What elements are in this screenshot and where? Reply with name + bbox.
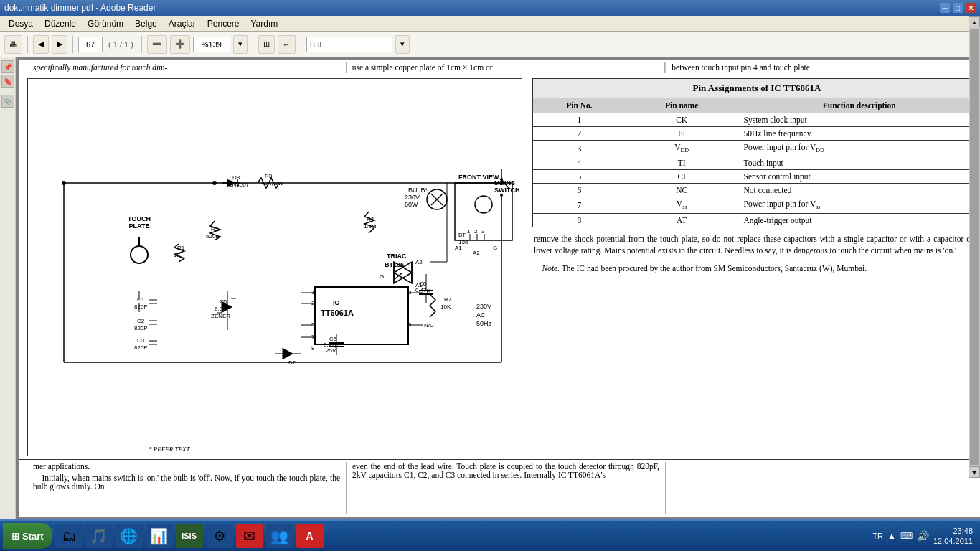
scroll-down-button[interactable]: ▼ — [969, 466, 980, 478]
scrollbar[interactable]: ▲ ▼ — [969, 16, 980, 478]
titlebar-title: dokunmatik dimmer.pdf - Adobe Reader — [4, 3, 156, 13]
print-button[interactable]: 🖶 — [4, 35, 22, 54]
taskbar-icon-isis[interactable]: ISIS — [176, 524, 203, 548]
svg-text:230V: 230V — [476, 303, 491, 310]
search-input[interactable] — [306, 37, 392, 52]
fit-page-button[interactable]: ⊞ — [258, 35, 275, 54]
taskbar-icon-explorer[interactable]: 🗂 — [55, 524, 83, 548]
taskbar-icon-media[interactable]: 🎵 — [85, 524, 113, 548]
toolbar-separator-4 — [253, 36, 253, 53]
svg-text:N/U: N/U — [424, 322, 434, 329]
svg-text:D3: D3 — [232, 174, 240, 181]
menu-araclar[interactable]: Araçlar — [163, 17, 202, 30]
top-text-left: specifically manufactured for touch dim- — [33, 63, 167, 72]
menu-belge[interactable]: Belge — [129, 17, 163, 30]
svg-text:R7: R7 — [444, 296, 452, 303]
side-icon-3[interactable]: 📎 — [1, 95, 14, 108]
menubar: Dosya Düzenle Görünüm Belge Araçlar Penc… — [0, 16, 980, 32]
svg-text:TOUCH: TOUCH — [128, 215, 151, 222]
table-row: 6 NC Not connected — [533, 184, 981, 197]
svg-text:AC: AC — [476, 311, 486, 319]
top-col-right: between touch input pin 4 and touch plat… — [665, 62, 980, 73]
start-button[interactable]: ⊞ Start — [3, 523, 52, 549]
zoom-out-button[interactable]: ➖ — [147, 35, 167, 54]
menu-duzenle[interactable]: Düzenle — [39, 17, 82, 30]
svg-text:A2: A2 — [473, 250, 480, 256]
taskbar: ⊞ Start 🗂 🎵 🌐 📊 ISIS ⚙ ✉ 👥 A TR ▲ ⌨ 🔊 23… — [0, 519, 980, 551]
close-button[interactable]: ✕ — [966, 3, 976, 13]
search-button[interactable]: ▾ — [395, 35, 410, 54]
middle-row: FRONT VIEW BT 136 1 2 3 A1 A2 G — [19, 75, 980, 459]
menu-pencere[interactable]: Pencere — [202, 17, 245, 30]
svg-text:820P: 820P — [134, 303, 148, 310]
bottom-col-middle: even the end of the lead wire. Touch pla… — [347, 462, 666, 514]
table-row: 3 VDD Power input pin for VDD — [533, 141, 981, 156]
clock-area: 23:48 12.04.2011 — [933, 526, 973, 547]
function-at: Angle-trigger output — [738, 213, 980, 227]
function-ci: Sensor control input — [738, 170, 980, 184]
taskbar-icon-ie[interactable]: 🌐 — [116, 524, 143, 548]
zoom-in-button[interactable]: ➕ — [170, 35, 190, 54]
bottom-text-left-2: Initially, when mains switch is 'on,' th… — [33, 474, 340, 491]
svg-point-20 — [500, 194, 503, 197]
top-text-middle: use a simple copper plate of 1cm × 1cm o… — [352, 63, 493, 72]
function-nc: Not connected — [738, 184, 980, 197]
svg-text:820P: 820P — [134, 344, 148, 351]
top-text-right: between touch input pin 4 and touch plat… — [672, 63, 810, 72]
svg-text:TRIAC: TRIAC — [387, 253, 407, 260]
side-icon-1[interactable]: 📌 — [1, 60, 14, 73]
toolbar-separator-5 — [301, 36, 301, 53]
back-button[interactable]: ◀ — [33, 35, 49, 54]
taskbar-icon-adobe[interactable]: A — [296, 524, 324, 548]
table-row: 8 AT Angle-trigger output — [533, 213, 981, 227]
scroll-thumb[interactable] — [970, 29, 979, 465]
svg-text:C3: C3 — [137, 337, 145, 344]
forward-button[interactable]: ▶ — [52, 35, 67, 54]
pdf-page: specifically manufactured for touch dim-… — [19, 60, 980, 517]
taskbar-icon-app2[interactable]: ⚙ — [206, 524, 233, 548]
menu-dosya[interactable]: Dosya — [3, 17, 39, 30]
bottom-col-left: mer applications. Initially, when mains … — [27, 462, 347, 514]
taskbar-icon-app1[interactable]: 📊 — [146, 524, 173, 548]
top-col-middle: use a simple copper plate of 1cm × 1cm o… — [347, 62, 666, 73]
start-label: Start — [22, 531, 44, 542]
svg-rect-0 — [28, 79, 522, 366]
zoom-input[interactable] — [193, 37, 230, 52]
side-icon-2[interactable]: 🔖 — [1, 75, 14, 88]
table-row: 4 TI Touch input — [533, 156, 981, 170]
taskbar-icon-app3[interactable]: 👥 — [266, 524, 293, 548]
bottom-col-right — [666, 462, 980, 514]
page-number-input[interactable] — [78, 37, 103, 52]
zoom-dropdown-button[interactable]: ▾ — [233, 35, 248, 54]
function-fi: 50Hz line frequency — [738, 127, 980, 141]
menu-yardim[interactable]: Yardım — [245, 17, 284, 30]
fit-width-button[interactable]: ↔ — [278, 35, 296, 54]
svg-text:230V: 230V — [405, 194, 420, 201]
pin-assignments-table: Pin No. Pin name Function description 1 … — [532, 98, 980, 227]
media-icon: 🎵 — [90, 527, 108, 545]
refer-text-label: * REFER TEXT — [149, 446, 190, 453]
table-row: 2 FI 50Hz line frequency — [533, 127, 981, 141]
svg-text:SWITCH: SWITCH — [494, 187, 520, 194]
svg-text:1: 1 — [467, 228, 471, 235]
main-content-area: specifically manufactured for touch dim-… — [16, 57, 980, 519]
function-vss: Power input pin for Vss — [738, 197, 980, 213]
taskbar-icon-mail[interactable]: ✉ — [236, 524, 263, 548]
svg-text:50Hz: 50Hz — [476, 320, 492, 327]
svg-text:C6: C6 — [419, 281, 427, 287]
start-orb: ⊞ — [11, 531, 19, 542]
table-row: 5 CI Sensor control input — [533, 170, 981, 184]
mail-icon: ✉ — [243, 527, 255, 545]
maximize-button[interactable]: □ — [953, 3, 963, 13]
svg-point-142 — [212, 181, 217, 185]
side-panel: 📌 🔖 📎 — [0, 57, 16, 519]
app3-icon: 👥 — [270, 527, 288, 545]
svg-text:60W: 60W — [405, 201, 418, 208]
scroll-up-button[interactable]: ▲ — [969, 16, 980, 27]
menu-goruntum[interactable]: Görünüm — [82, 17, 129, 30]
toolbar: 🖶 ◀ ▶ ( 1 / 1 ) ➖ ➕ ▾ ⊞ ↔ ▾ — [0, 32, 980, 57]
note-text: Note. The IC had been procured by the au… — [534, 263, 980, 275]
clock-date: 12.04.2011 — [933, 536, 973, 546]
minimize-button[interactable]: ─ — [940, 3, 950, 13]
svg-text:TT6061A: TT6061A — [321, 309, 354, 317]
